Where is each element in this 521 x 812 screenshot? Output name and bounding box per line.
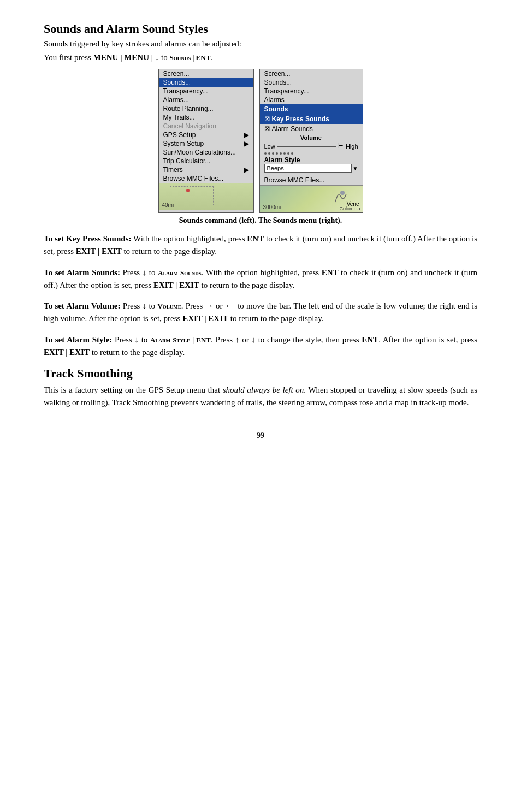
menu-item-timers: Timers (159, 165, 253, 174)
para-label-alarm-sounds: To set Alarm Sounds: (44, 268, 120, 277)
destination-label: Sounds | ENT (170, 54, 211, 62)
up-arrow: ↑ (235, 335, 240, 344)
menu-item-my-trails: My Trails... (159, 113, 253, 122)
down-arrow-2: ↓ (143, 301, 147, 310)
volume-dest: Volume (157, 302, 181, 310)
map-detail-box (170, 186, 214, 205)
dot-5 (280, 152, 282, 155)
left-menu-panel: Screen... Sounds... Transparency... Alar… (158, 69, 254, 213)
svg-point-0 (340, 191, 345, 195)
down-arrow-3: ↓ (134, 335, 139, 344)
exit-keys-4: EXIT | EXIT (44, 348, 90, 357)
colombia-label: Colombia (339, 206, 360, 211)
ent-key-2: ENT (322, 268, 339, 277)
checkbox-key-press: ☒ (264, 116, 270, 123)
exit-keys-3: EXIT | EXIT (182, 314, 228, 323)
para-alarm-sounds: To set Alarm Sounds: Press ↓ to Alarm So… (44, 266, 477, 292)
right-sounds: Sounds... (260, 78, 363, 87)
dot-8 (291, 152, 293, 155)
alarm-style-section: Alarm Style Beeps ▼ (260, 155, 363, 174)
right-menu-panel: Screen... Sounds... Transparency... Alar… (259, 69, 363, 213)
checkbox-alarm-sounds: ☒ (264, 126, 270, 133)
figure-caption: Sounds command (left). The Sounds menu (… (44, 216, 477, 225)
first-press-instruction: You first press MENU | MENU | ↓ to Sound… (44, 53, 477, 62)
italic-text: should always be left on (223, 386, 304, 394)
left-map-bg: 40mi (159, 183, 253, 210)
down-arrow-4: ↓ (251, 335, 256, 344)
left-map-scale: 40mi (162, 202, 174, 208)
submenu-key-press: ☒ Key Press Sounds (260, 114, 363, 124)
volume-heading-row: Volume (260, 134, 363, 141)
key-press-label: Key Press Sounds (272, 115, 329, 123)
para-label-alarm-style: To set Alarm Style: (44, 335, 112, 344)
alarm-sounds-label: Alarm Sounds (272, 125, 313, 133)
ent-key-1: ENT (247, 234, 264, 243)
para-key-press-sounds: To set Key Press Sounds: With the option… (44, 233, 477, 258)
volume-bar: Low ⊢ High (260, 141, 363, 152)
right-map-bg: 3000mi Vene Colombia (260, 185, 363, 212)
menu-item-sunmoon: Sun/Moon Calculations... (159, 148, 253, 157)
right-screen: Screen... (260, 69, 363, 78)
exit-keys-1: EXIT | EXIT (76, 247, 122, 256)
menu-item-screen: Screen... (159, 69, 253, 78)
dropdown-arrow-icon: ▼ (353, 165, 358, 171)
track-smoothing-text: This is a factory setting on the GPS Set… (44, 384, 477, 410)
right-arrow: → (205, 301, 214, 310)
subtitle: Sounds triggered by key strokes and alar… (44, 39, 477, 49)
menu-item-sounds: Sounds... (159, 78, 253, 87)
menu-item-alarms: Alarms... (159, 96, 253, 104)
menu-illustrations: Screen... Sounds... Transparency... Alar… (44, 69, 477, 213)
dot-4 (276, 152, 278, 155)
section-title-track-smoothing: Track Smoothing (44, 366, 477, 381)
alarm-style-select: Beeps ▼ (264, 164, 358, 173)
page-number: 99 (44, 431, 477, 440)
menu-item-trip-calc: Trip Calculator... (159, 157, 253, 165)
ent-key-3: ENT (362, 335, 378, 344)
volume-marker: ⊢ (338, 143, 344, 150)
browse-mmc-right: Browse MMC Files... (260, 175, 363, 185)
menu-item-cancel-nav: Cancel Navigation (159, 122, 253, 131)
map-squiggle-icon (333, 188, 349, 205)
volume-high: High (346, 143, 358, 150)
para-alarm-style: To set Alarm Style: Press ↓ to Alarm Sty… (44, 333, 477, 359)
dot-6 (283, 152, 286, 155)
dot-1 (264, 152, 267, 155)
menu-item-transparency: Transparency... (159, 87, 253, 96)
submenu-title: Sounds (260, 104, 363, 114)
map-detail-dot (186, 189, 190, 192)
menu-keys: MENU | MENU | ↓ (93, 53, 159, 62)
dot-2 (268, 152, 270, 155)
right-alarms: Alarms (260, 96, 363, 104)
alarm-style-dest: Alarm Style | ENT (150, 336, 211, 344)
dot-3 (272, 152, 274, 155)
menu-item-browse-mmc-left: Browse MMC Files... (159, 174, 253, 183)
alarm-style-value: Beeps (264, 164, 352, 173)
para-label-alarm-volume: To set Alarm Volume: (44, 301, 121, 310)
submenu-alarm-sounds: ☒ Alarm Sounds (260, 124, 363, 134)
volume-low: Low (264, 143, 275, 150)
page-title: Sounds and Alarm Sound Styles (44, 22, 477, 36)
menu-item-system-setup: System Setup (159, 139, 253, 148)
dot-7 (287, 152, 289, 155)
left-arrow: ← (225, 301, 233, 310)
para-alarm-volume: To set Alarm Volume: Press ↓ to Volume. … (44, 299, 477, 325)
down-arrow-1: ↓ (143, 268, 147, 277)
alarm-sounds-dest: Alarm Sounds (158, 269, 202, 277)
alarm-style-heading: Alarm Style (264, 156, 358, 164)
menu-item-route-planning: Route Planning... (159, 104, 253, 113)
menu-item-gps-setup: GPS Setup (159, 131, 253, 139)
right-transparency: Transparency... (260, 87, 363, 96)
para-label-key-press: To set Key Press Sounds: (44, 234, 131, 243)
exit-keys-2: EXIT | EXIT (153, 281, 199, 289)
volume-line (277, 146, 336, 147)
right-map-scale: 3000mi (263, 204, 281, 210)
